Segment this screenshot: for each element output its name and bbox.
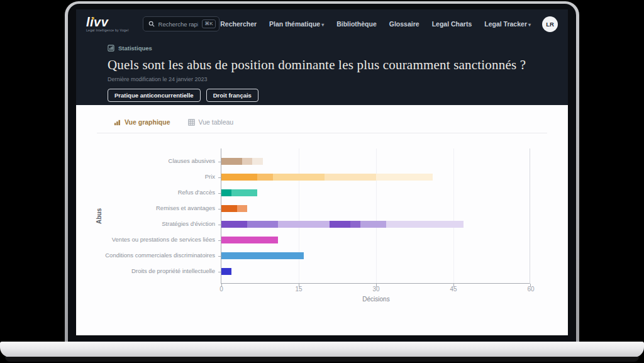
logo-tagline: Legal Intelligence by Vogel: [86, 28, 129, 32]
logo-gold-dot-icon: [92, 17, 94, 20]
bar-segment[interactable]: [237, 205, 247, 212]
bar-segment[interactable]: [376, 174, 433, 181]
bar-row: [221, 248, 530, 264]
nav-bibliotheque[interactable]: Bibliothèque: [336, 20, 377, 28]
bar-segment[interactable]: [273, 174, 325, 181]
view-tabs: Vue graphique Vue tableau: [97, 105, 547, 133]
statistics-badge: Statistiques: [108, 45, 536, 52]
nav-rechercher[interactable]: Rechercher: [220, 20, 257, 28]
tab-vue-graphique[interactable]: Vue graphique: [114, 118, 170, 126]
nav-legal-tracker[interactable]: Legal Tracker▾: [484, 20, 531, 28]
y-axis-title: Abus: [96, 208, 103, 224]
search-placeholder: Recherche rapide...: [158, 21, 199, 28]
x-tick-label: 60: [527, 286, 534, 293]
chevron-down-icon: ▾: [321, 22, 324, 28]
bar-chart: Abus Clauses abusivesPrixRefus d'accèsRe…: [76, 148, 568, 284]
bar-segment[interactable]: [221, 174, 257, 181]
main-nav: Rechercher Plan thématique▾ Bibliothèque…: [220, 20, 531, 28]
bar-row: [221, 216, 530, 232]
search-icon: [148, 21, 155, 27]
bar-row: [221, 264, 530, 279]
bar-segment[interactable]: [252, 158, 262, 165]
page-dark-header: livv Legal Intelligence by Vogel Recherc…: [76, 9, 568, 105]
last-modified-text: Dernière modification le 24 janvier 2023: [108, 76, 536, 82]
bar-segment[interactable]: [257, 174, 273, 181]
chevron-down-icon: ▾: [528, 22, 531, 28]
x-tick-label: 45: [450, 286, 457, 293]
tag-droit-francais[interactable]: Droit français: [206, 89, 258, 102]
plot-area: [221, 148, 530, 284]
bar-chart-icon: [114, 119, 121, 126]
bar-segment[interactable]: [231, 189, 257, 196]
search-input[interactable]: Recherche rapide... ⌘K: [143, 16, 219, 31]
category-label: Remises et avantages: [104, 201, 221, 216]
browser-viewport: livv Legal Intelligence by Vogel Recherc…: [76, 9, 568, 335]
category-label: Stratégies d'éviction: [104, 216, 221, 232]
user-avatar[interactable]: LR: [542, 16, 558, 32]
category-label: Clauses abusives: [104, 154, 221, 169]
x-tick-label: 15: [295, 286, 302, 293]
category-label: Conditions commerciales discriminatoires: [104, 248, 221, 264]
statistics-icon: [108, 45, 114, 52]
bar-segment[interactable]: [221, 252, 304, 259]
bar-segment[interactable]: [221, 268, 231, 275]
x-tick-label: 30: [372, 286, 379, 293]
bar-segment[interactable]: [325, 174, 376, 181]
bar-segment[interactable]: [221, 158, 242, 165]
tab-vue-tableau[interactable]: Vue tableau: [188, 118, 234, 126]
bar-row: [221, 169, 530, 185]
laptop-bezel: livv Legal Intelligence by Vogel Recherc…: [68, 4, 576, 342]
x-axis: 015304560: [221, 286, 531, 294]
bar-row: [221, 154, 530, 169]
bar-segment[interactable]: [278, 221, 330, 228]
bar-segment[interactable]: [247, 221, 278, 228]
bar-segment[interactable]: [330, 221, 350, 228]
site-header: livv Legal Intelligence by Vogel Recherc…: [76, 9, 568, 38]
nav-legal-charts[interactable]: Legal Charts: [432, 20, 472, 28]
question-hero: Statistiques Quels sont les abus de posi…: [76, 38, 568, 102]
bar-row: [221, 232, 530, 248]
category-label: Ventes ou prestations de services liées: [104, 232, 221, 248]
category-labels: Clauses abusivesPrixRefus d'accèsRemises…: [104, 148, 221, 284]
laptop-screen: livv Legal Intelligence by Vogel Recherc…: [65, 1, 579, 342]
category-label: Droits de propriété intellectuelle: [104, 264, 221, 279]
statistics-label: Statistiques: [118, 45, 152, 52]
nav-plan-thematique[interactable]: Plan thématique▾: [269, 20, 324, 28]
category-label: Refus d'accès: [104, 185, 221, 201]
laptop-base: [0, 342, 644, 357]
bar-segment[interactable]: [221, 221, 247, 228]
bar-row: [221, 201, 530, 216]
bar-segment[interactable]: [242, 158, 252, 165]
table-icon: [188, 119, 195, 126]
bar-segment[interactable]: [360, 221, 386, 228]
bar-segment[interactable]: [221, 205, 237, 212]
tag-row: Pratique anticoncurrentielle Droit franç…: [108, 89, 536, 102]
bar-segment[interactable]: [221, 237, 278, 243]
keyboard-shortcut-badge: ⌘K: [202, 20, 215, 28]
category-label: Prix: [104, 169, 221, 185]
tag-pratique-anticoncurrentielle[interactable]: Pratique anticoncurrentielle: [108, 89, 201, 102]
livv-logo[interactable]: livv Legal Intelligence by Vogel: [86, 16, 129, 32]
bar-row: [221, 185, 530, 201]
bar-segment[interactable]: [350, 221, 360, 228]
x-axis-title: Décisions: [221, 296, 531, 303]
bar-segment[interactable]: [386, 221, 464, 228]
nav-glossaire[interactable]: Glossaire: [389, 20, 419, 28]
bar-segment[interactable]: [221, 189, 231, 196]
page-title: Quels sont les abus de position dominant…: [108, 57, 536, 73]
x-tick-label: 0: [219, 286, 223, 293]
laptop-base-underside: [5, 357, 639, 362]
y-axis-title-wrap: Abus: [94, 148, 104, 284]
